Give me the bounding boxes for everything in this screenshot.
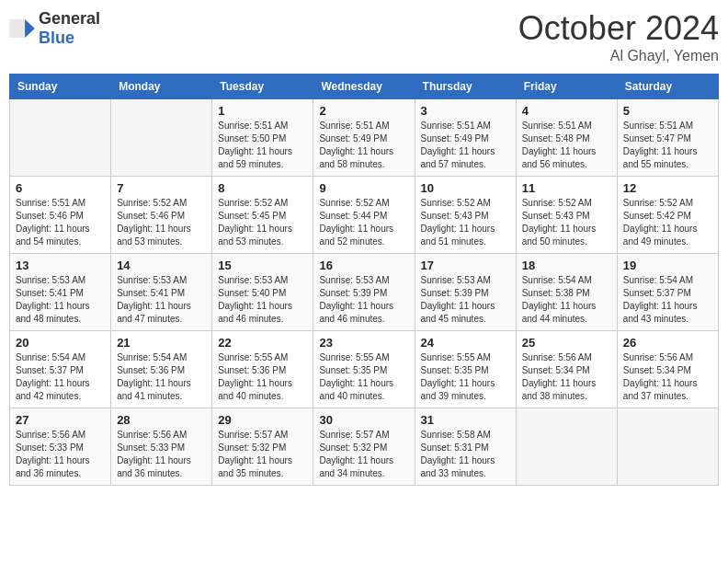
day-info: Sunrise: 5:55 AM Sunset: 5:36 PM Dayligh… [218, 351, 307, 403]
calendar-cell: 22Sunrise: 5:55 AM Sunset: 5:36 PM Dayli… [212, 331, 313, 408]
day-number: 12 [623, 181, 712, 195]
calendar-cell: 26Sunrise: 5:56 AM Sunset: 5:34 PM Dayli… [617, 331, 718, 408]
location-title: Al Ghayl, Yemen [518, 48, 719, 64]
svg-marker-1 [25, 19, 35, 38]
day-number: 6 [16, 181, 105, 195]
calendar-cell: 7Sunrise: 5:52 AM Sunset: 5:46 PM Daylig… [111, 177, 212, 254]
calendar-week-row: 20Sunrise: 5:54 AM Sunset: 5:37 PM Dayli… [10, 331, 719, 408]
calendar-cell: 15Sunrise: 5:53 AM Sunset: 5:40 PM Dayli… [212, 254, 313, 331]
logo: General Blue [9, 9, 100, 48]
calendar-week-row: 27Sunrise: 5:56 AM Sunset: 5:33 PM Dayli… [10, 408, 719, 486]
calendar-cell: 30Sunrise: 5:57 AM Sunset: 5:32 PM Dayli… [313, 408, 415, 486]
day-number: 18 [522, 259, 611, 272]
day-number: 3 [421, 104, 510, 118]
day-info: Sunrise: 5:52 AM Sunset: 5:43 PM Dayligh… [522, 197, 611, 248]
calendar-cell: 11Sunrise: 5:52 AM Sunset: 5:43 PM Dayli… [516, 177, 617, 254]
calendar-cell: 27Sunrise: 5:56 AM Sunset: 5:33 PM Dayli… [10, 408, 111, 486]
day-number: 9 [319, 181, 408, 195]
calendar-cell: 17Sunrise: 5:53 AM Sunset: 5:39 PM Dayli… [415, 254, 516, 331]
day-info: Sunrise: 5:51 AM Sunset: 5:49 PM Dayligh… [319, 120, 408, 171]
header: General Blue October 2024 Al Ghayl, Yeme… [9, 9, 719, 64]
day-info: Sunrise: 5:51 AM Sunset: 5:50 PM Dayligh… [218, 120, 307, 171]
calendar-cell: 9Sunrise: 5:52 AM Sunset: 5:44 PM Daylig… [313, 177, 415, 254]
day-info: Sunrise: 5:56 AM Sunset: 5:34 PM Dayligh… [522, 351, 611, 403]
day-info: Sunrise: 5:52 AM Sunset: 5:45 PM Dayligh… [218, 197, 307, 248]
day-number: 31 [421, 413, 510, 427]
day-info: Sunrise: 5:53 AM Sunset: 5:41 PM Dayligh… [16, 274, 105, 326]
day-info: Sunrise: 5:51 AM Sunset: 5:46 PM Dayligh… [16, 197, 105, 248]
day-number: 15 [218, 259, 307, 272]
day-number: 5 [623, 104, 712, 118]
day-info: Sunrise: 5:51 AM Sunset: 5:49 PM Dayligh… [421, 120, 510, 171]
day-info: Sunrise: 5:54 AM Sunset: 5:37 PM Dayligh… [16, 351, 105, 403]
day-number: 4 [522, 104, 611, 118]
day-info: Sunrise: 5:54 AM Sunset: 5:38 PM Dayligh… [522, 274, 611, 326]
calendar-cell: 10Sunrise: 5:52 AM Sunset: 5:43 PM Dayli… [415, 177, 516, 254]
day-number: 7 [117, 181, 206, 195]
calendar-cell: 16Sunrise: 5:53 AM Sunset: 5:39 PM Dayli… [313, 254, 415, 331]
header-day-monday: Monday [111, 75, 212, 99]
calendar-week-row: 1Sunrise: 5:51 AM Sunset: 5:50 PM Daylig… [10, 99, 719, 177]
logo-blue: Blue [39, 29, 74, 47]
day-number: 16 [319, 259, 408, 272]
day-number: 10 [421, 181, 510, 195]
day-number: 26 [623, 336, 712, 350]
day-info: Sunrise: 5:52 AM Sunset: 5:43 PM Dayligh… [421, 197, 510, 248]
calendar-cell: 24Sunrise: 5:55 AM Sunset: 5:35 PM Dayli… [415, 331, 516, 408]
day-number: 11 [522, 181, 611, 195]
day-number: 28 [117, 413, 206, 427]
day-info: Sunrise: 5:57 AM Sunset: 5:32 PM Dayligh… [218, 429, 307, 480]
calendar-cell: 19Sunrise: 5:54 AM Sunset: 5:37 PM Dayli… [617, 254, 718, 331]
title-block: October 2024 Al Ghayl, Yemen [518, 9, 719, 64]
svg-rect-0 [9, 19, 25, 38]
day-number: 14 [117, 259, 206, 272]
day-number: 20 [16, 336, 105, 350]
calendar-week-row: 13Sunrise: 5:53 AM Sunset: 5:41 PM Dayli… [10, 254, 719, 331]
calendar-cell: 8Sunrise: 5:52 AM Sunset: 5:45 PM Daylig… [212, 177, 313, 254]
day-info: Sunrise: 5:57 AM Sunset: 5:32 PM Dayligh… [319, 429, 408, 480]
calendar-cell: 29Sunrise: 5:57 AM Sunset: 5:32 PM Dayli… [212, 408, 313, 486]
calendar-cell: 1Sunrise: 5:51 AM Sunset: 5:50 PM Daylig… [212, 99, 313, 177]
logo-icon [9, 19, 35, 38]
day-info: Sunrise: 5:52 AM Sunset: 5:44 PM Dayligh… [319, 197, 408, 248]
day-number: 25 [522, 336, 611, 350]
day-number: 21 [117, 336, 206, 350]
day-info: Sunrise: 5:52 AM Sunset: 5:46 PM Dayligh… [117, 197, 206, 248]
calendar-cell: 20Sunrise: 5:54 AM Sunset: 5:37 PM Dayli… [10, 331, 111, 408]
calendar-cell [111, 99, 212, 177]
logo-general: General [39, 9, 100, 28]
day-info: Sunrise: 5:53 AM Sunset: 5:39 PM Dayligh… [319, 274, 408, 326]
day-number: 29 [218, 413, 307, 427]
calendar-cell: 23Sunrise: 5:55 AM Sunset: 5:35 PM Dayli… [313, 331, 415, 408]
calendar-cell: 21Sunrise: 5:54 AM Sunset: 5:36 PM Dayli… [111, 331, 212, 408]
header-day-thursday: Thursday [415, 75, 516, 99]
day-info: Sunrise: 5:54 AM Sunset: 5:37 PM Dayligh… [623, 274, 712, 326]
day-info: Sunrise: 5:53 AM Sunset: 5:41 PM Dayligh… [117, 274, 206, 326]
calendar-cell [617, 408, 718, 486]
month-title: October 2024 [518, 9, 719, 48]
calendar-cell: 25Sunrise: 5:56 AM Sunset: 5:34 PM Dayli… [516, 331, 617, 408]
day-number: 1 [218, 104, 307, 118]
day-number: 2 [319, 104, 408, 118]
calendar-cell: 31Sunrise: 5:58 AM Sunset: 5:31 PM Dayli… [415, 408, 516, 486]
calendar-cell: 2Sunrise: 5:51 AM Sunset: 5:49 PM Daylig… [313, 99, 415, 177]
day-number: 27 [16, 413, 105, 427]
header-day-sunday: Sunday [10, 75, 111, 99]
header-day-wednesday: Wednesday [313, 75, 415, 99]
day-number: 24 [421, 336, 510, 350]
header-day-friday: Friday [516, 75, 617, 99]
calendar-cell: 4Sunrise: 5:51 AM Sunset: 5:48 PM Daylig… [516, 99, 617, 177]
day-info: Sunrise: 5:54 AM Sunset: 5:36 PM Dayligh… [117, 351, 206, 403]
day-number: 17 [421, 259, 510, 272]
calendar-cell: 28Sunrise: 5:56 AM Sunset: 5:33 PM Dayli… [111, 408, 212, 486]
calendar-cell: 13Sunrise: 5:53 AM Sunset: 5:41 PM Dayli… [10, 254, 111, 331]
day-info: Sunrise: 5:51 AM Sunset: 5:48 PM Dayligh… [522, 120, 611, 171]
calendar-week-row: 6Sunrise: 5:51 AM Sunset: 5:46 PM Daylig… [10, 177, 719, 254]
calendar-cell: 12Sunrise: 5:52 AM Sunset: 5:42 PM Dayli… [617, 177, 718, 254]
day-number: 19 [623, 259, 712, 272]
day-info: Sunrise: 5:51 AM Sunset: 5:47 PM Dayligh… [623, 120, 712, 171]
day-number: 22 [218, 336, 307, 350]
calendar-cell: 18Sunrise: 5:54 AM Sunset: 5:38 PM Dayli… [516, 254, 617, 331]
calendar-cell [10, 99, 111, 177]
day-info: Sunrise: 5:53 AM Sunset: 5:40 PM Dayligh… [218, 274, 307, 326]
